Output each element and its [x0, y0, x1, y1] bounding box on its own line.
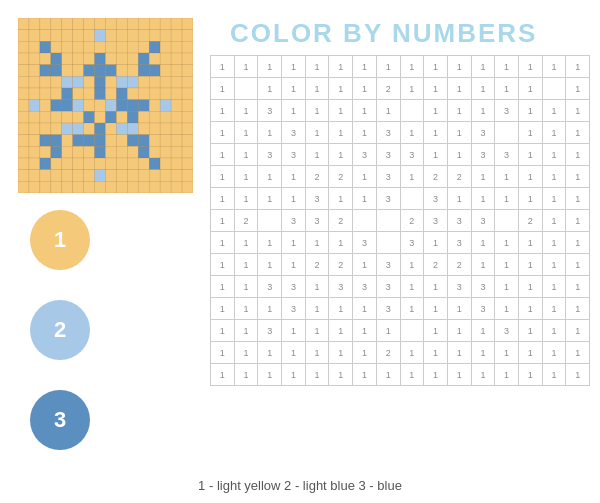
- grid-cell[interactable]: [400, 100, 424, 122]
- grid-cell[interactable]: 1: [566, 232, 590, 254]
- grid-cell[interactable]: 1: [424, 364, 448, 386]
- grid-cell[interactable]: 2: [305, 166, 329, 188]
- grid-cell[interactable]: 1: [329, 122, 353, 144]
- grid-cell[interactable]: 1: [258, 298, 282, 320]
- grid-cell[interactable]: 2: [447, 254, 471, 276]
- grid-cell[interactable]: 1: [424, 232, 448, 254]
- grid-cell[interactable]: [400, 320, 424, 342]
- grid-cell[interactable]: 1: [211, 144, 235, 166]
- grid-cell[interactable]: 3: [495, 100, 519, 122]
- grid-cell[interactable]: 1: [542, 144, 566, 166]
- grid-cell[interactable]: 1: [258, 254, 282, 276]
- grid-cell[interactable]: 1: [471, 100, 495, 122]
- grid-cell[interactable]: 1: [542, 56, 566, 78]
- grid-cell[interactable]: 1: [542, 188, 566, 210]
- grid-cell[interactable]: 1: [234, 56, 258, 78]
- grid-cell[interactable]: 3: [305, 188, 329, 210]
- grid-cell[interactable]: 3: [353, 144, 377, 166]
- grid-cell[interactable]: 3: [282, 122, 306, 144]
- grid-cell[interactable]: 1: [234, 144, 258, 166]
- grid-cell[interactable]: 3: [447, 276, 471, 298]
- grid-cell[interactable]: 1: [495, 298, 519, 320]
- grid-cell[interactable]: 1: [258, 122, 282, 144]
- grid-cell[interactable]: 3: [282, 276, 306, 298]
- grid-cell[interactable]: 1: [471, 188, 495, 210]
- grid-cell[interactable]: 1: [566, 144, 590, 166]
- grid-cell[interactable]: 1: [400, 364, 424, 386]
- grid-cell[interactable]: 3: [329, 276, 353, 298]
- grid-cell[interactable]: 1: [258, 56, 282, 78]
- grid-cell[interactable]: 1: [424, 320, 448, 342]
- grid-cell[interactable]: 1: [400, 254, 424, 276]
- grid-cell[interactable]: 1: [234, 298, 258, 320]
- grid-cell[interactable]: 1: [518, 232, 542, 254]
- grid-cell[interactable]: 1: [471, 56, 495, 78]
- grid-cell[interactable]: 1: [542, 254, 566, 276]
- grid-cell[interactable]: 1: [495, 342, 519, 364]
- grid-cell[interactable]: 1: [353, 188, 377, 210]
- grid-cell[interactable]: 3: [282, 144, 306, 166]
- grid-cell[interactable]: 1: [353, 100, 377, 122]
- grid-cell[interactable]: 1: [211, 100, 235, 122]
- grid-cell[interactable]: 1: [305, 78, 329, 100]
- grid-cell[interactable]: 1: [305, 122, 329, 144]
- grid-cell[interactable]: 1: [495, 166, 519, 188]
- grid-cell[interactable]: 2: [376, 78, 400, 100]
- grid-cell[interactable]: 1: [282, 166, 306, 188]
- grid-cell[interactable]: 1: [447, 56, 471, 78]
- grid-cell[interactable]: 1: [495, 364, 519, 386]
- grid-cell[interactable]: 3: [258, 320, 282, 342]
- grid-cell[interactable]: 2: [376, 342, 400, 364]
- grid-cell[interactable]: 1: [282, 254, 306, 276]
- grid-cell[interactable]: 1: [258, 166, 282, 188]
- grid-cell[interactable]: 1: [234, 166, 258, 188]
- grid-cell[interactable]: 1: [211, 56, 235, 78]
- grid-cell[interactable]: [234, 78, 258, 100]
- grid-cell[interactable]: 1: [282, 232, 306, 254]
- grid-cell[interactable]: [353, 210, 377, 232]
- grid-cell[interactable]: 1: [305, 342, 329, 364]
- grid-cell[interactable]: 1: [353, 166, 377, 188]
- grid-cell[interactable]: 1: [376, 100, 400, 122]
- grid-cell[interactable]: 1: [566, 342, 590, 364]
- grid-cell[interactable]: 1: [234, 320, 258, 342]
- grid-cell[interactable]: 1: [234, 254, 258, 276]
- grid-cell[interactable]: 1: [258, 364, 282, 386]
- grid-cell[interactable]: 1: [329, 100, 353, 122]
- grid-cell[interactable]: 1: [282, 364, 306, 386]
- grid-cell[interactable]: 1: [424, 56, 448, 78]
- grid-cell[interactable]: 1: [211, 276, 235, 298]
- grid-cell[interactable]: 1: [376, 364, 400, 386]
- grid-cell[interactable]: 1: [329, 78, 353, 100]
- grid-cell[interactable]: 1: [353, 342, 377, 364]
- grid-cell[interactable]: 1: [447, 100, 471, 122]
- grid-cell[interactable]: 1: [542, 342, 566, 364]
- grid-cell[interactable]: 1: [258, 78, 282, 100]
- grid-cell[interactable]: 1: [211, 254, 235, 276]
- grid-cell[interactable]: 1: [258, 188, 282, 210]
- grid-cell[interactable]: 1: [305, 144, 329, 166]
- grid-cell[interactable]: 1: [234, 100, 258, 122]
- grid-cell[interactable]: 3: [376, 188, 400, 210]
- grid-cell[interactable]: 1: [329, 232, 353, 254]
- grid-cell[interactable]: 1: [424, 100, 448, 122]
- grid-cell[interactable]: [542, 78, 566, 100]
- grid-cell[interactable]: 1: [305, 320, 329, 342]
- grid-cell[interactable]: 1: [211, 210, 235, 232]
- grid-cell[interactable]: 1: [305, 364, 329, 386]
- grid-cell[interactable]: 1: [471, 320, 495, 342]
- grid-cell[interactable]: 3: [353, 232, 377, 254]
- grid-cell[interactable]: 1: [353, 56, 377, 78]
- grid-cell[interactable]: 1: [495, 78, 519, 100]
- grid-cell[interactable]: 1: [424, 122, 448, 144]
- grid-cell[interactable]: [376, 210, 400, 232]
- grid-cell[interactable]: 3: [424, 188, 448, 210]
- grid-cell[interactable]: 1: [234, 364, 258, 386]
- grid-cell[interactable]: 3: [376, 166, 400, 188]
- grid-cell[interactable]: 3: [376, 122, 400, 144]
- grid-cell[interactable]: 3: [282, 210, 306, 232]
- grid-cell[interactable]: 1: [353, 298, 377, 320]
- grid-cell[interactable]: 1: [234, 342, 258, 364]
- grid-cell[interactable]: 1: [447, 342, 471, 364]
- grid-cell[interactable]: 3: [376, 254, 400, 276]
